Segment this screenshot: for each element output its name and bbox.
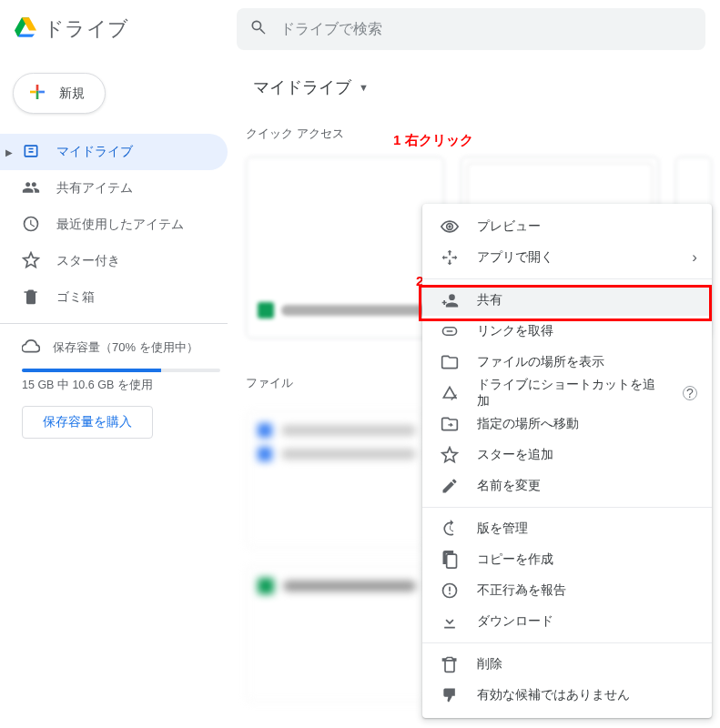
ctx-show-location[interactable]: ファイルの場所を表示 [422, 347, 712, 378]
star-icon [22, 251, 40, 272]
search-icon [249, 18, 268, 39]
sidebar-divider [0, 323, 228, 324]
ctx-preview[interactable]: プレビュー [422, 211, 712, 242]
open-with-icon [441, 248, 459, 267]
chevron-right-icon: › [692, 248, 697, 267]
ctx-move-to[interactable]: 指定の場所へ移動 [422, 409, 712, 440]
ctx-not-suggestion[interactable]: 有効な候補ではありません [422, 680, 712, 711]
storage-label: 保存容量（70% を使用中） [53, 339, 198, 356]
sidebar-item-label: ゴミ箱 [56, 289, 95, 306]
drive-shortcut-icon [441, 384, 459, 402]
ctx-label: アプリで開く [477, 249, 674, 266]
new-button[interactable]: 新規 [13, 73, 106, 114]
ctx-label: 名前を変更 [477, 478, 697, 494]
ctx-divider [422, 278, 712, 279]
storage-detail: 15 GB 中 10.6 GB を使用 [22, 378, 220, 393]
ctx-add-shortcut[interactable]: ドライブにショートカットを追加 ? [422, 378, 712, 409]
app-header: ドライブ [0, 0, 720, 58]
trash-icon [441, 655, 459, 673]
breadcrumb-label: マイドライブ [253, 76, 351, 98]
thumbs-down-icon [441, 686, 459, 704]
ctx-download[interactable]: ダウンロード [422, 606, 712, 637]
ctx-manage-versions[interactable]: 版を管理 [422, 513, 712, 544]
ctx-label: 削除 [477, 656, 697, 672]
sidebar-item-recent[interactable]: 最近使用したアイテム [0, 207, 228, 243]
ctx-label: 不正行為を報告 [477, 582, 697, 599]
cloud-icon [22, 337, 40, 358]
new-label: 新規 [59, 86, 85, 102]
ctx-rename[interactable]: 名前を変更 [422, 470, 712, 501]
search-bar[interactable] [237, 8, 705, 50]
file-card[interactable] [246, 411, 428, 548]
ctx-label: コピーを作成 [477, 551, 697, 568]
ctx-remove[interactable]: 削除 [422, 649, 712, 680]
star-icon [441, 446, 459, 464]
quick-access-label: クイック アクセス [246, 126, 720, 142]
sidebar-nav: ▶ マイドライブ 共有アイテム 最近使用したアイテム [0, 126, 228, 316]
context-menu: プレビュー アプリで開く › 共有 リンクを取得 ファイルの場所を表示 ドライブ… [422, 204, 712, 718]
ctx-label: ダウンロード [477, 613, 697, 630]
svg-point-0 [448, 225, 451, 228]
copy-icon [441, 551, 459, 569]
ctx-label: 有効な候補ではありません [477, 687, 697, 703]
search-input[interactable] [280, 21, 693, 37]
report-icon [441, 581, 459, 600]
ctx-label: スターを追加 [477, 447, 697, 463]
storage-progress [22, 369, 220, 372]
people-icon [22, 178, 40, 199]
person-add-icon [441, 291, 459, 309]
ctx-open-with[interactable]: アプリで開く › [422, 242, 712, 273]
sidebar-item-trash[interactable]: ゴミ箱 [0, 279, 228, 316]
ctx-make-copy[interactable]: コピーを作成 [422, 544, 712, 575]
storage-section: 保存容量（70% を使用中） 15 GB 中 10.6 GB を使用 保存容量を… [0, 337, 228, 439]
download-icon [441, 612, 459, 631]
quick-card[interactable] [246, 157, 444, 339]
drive-icon [22, 142, 40, 163]
sidebar-item-label: マイドライブ [56, 144, 133, 160]
ctx-report-abuse[interactable]: 不正行為を報告 [422, 575, 712, 606]
sidebar-item-label: 共有アイテム [56, 180, 133, 197]
app-title: ドライブ [44, 15, 128, 43]
ctx-label: プレビュー [477, 218, 697, 235]
sidebar-item-starred[interactable]: スター付き [0, 243, 228, 279]
sidebar-item-my-drive[interactable]: ▶ マイドライブ [0, 134, 228, 170]
plus-icon [26, 81, 48, 106]
sidebar: 新規 ▶ マイドライブ 共有アイテム 最近使用したアイテム [0, 58, 235, 703]
chevron-down-icon: ▼ [359, 82, 369, 93]
ctx-label: ファイルの場所を表示 [477, 354, 697, 370]
ctx-label: ドライブにショートカットを追加 [477, 377, 659, 410]
storage-progress-fill [22, 369, 161, 372]
clock-icon [22, 215, 40, 236]
eye-icon [441, 217, 459, 236]
chevron-right-icon: ▶ [5, 147, 15, 157]
rename-icon [441, 477, 459, 495]
ctx-label: 共有 [477, 292, 697, 308]
ctx-divider [422, 642, 712, 643]
history-icon [441, 520, 459, 538]
ctx-divider [422, 507, 712, 508]
logo-area[interactable]: ドライブ [15, 15, 237, 43]
sidebar-item-label: 最近使用したアイテム [56, 217, 184, 233]
link-icon [441, 322, 459, 340]
ctx-label: リンクを取得 [477, 323, 697, 339]
drive-logo-icon [15, 16, 36, 41]
ctx-add-star[interactable]: スターを追加 [422, 440, 712, 470]
trash-icon [22, 288, 40, 308]
move-icon [441, 415, 459, 433]
buy-storage-button[interactable]: 保存容量を購入 [22, 406, 153, 439]
file-card[interactable] [246, 566, 428, 703]
help-icon[interactable]: ? [683, 386, 697, 400]
storage-row[interactable]: 保存容量（70% を使用中） [22, 337, 220, 358]
ctx-get-link[interactable]: リンクを取得 [422, 316, 712, 347]
ctx-label: 版を管理 [477, 521, 697, 537]
breadcrumb[interactable]: マイドライブ ▼ [246, 73, 376, 102]
sidebar-item-shared[interactable]: 共有アイテム [0, 170, 228, 207]
ctx-share[interactable]: 共有 [422, 285, 712, 316]
ctx-label: 指定の場所へ移動 [477, 416, 697, 432]
sidebar-item-label: スター付き [56, 253, 120, 269]
folder-icon [441, 353, 459, 371]
